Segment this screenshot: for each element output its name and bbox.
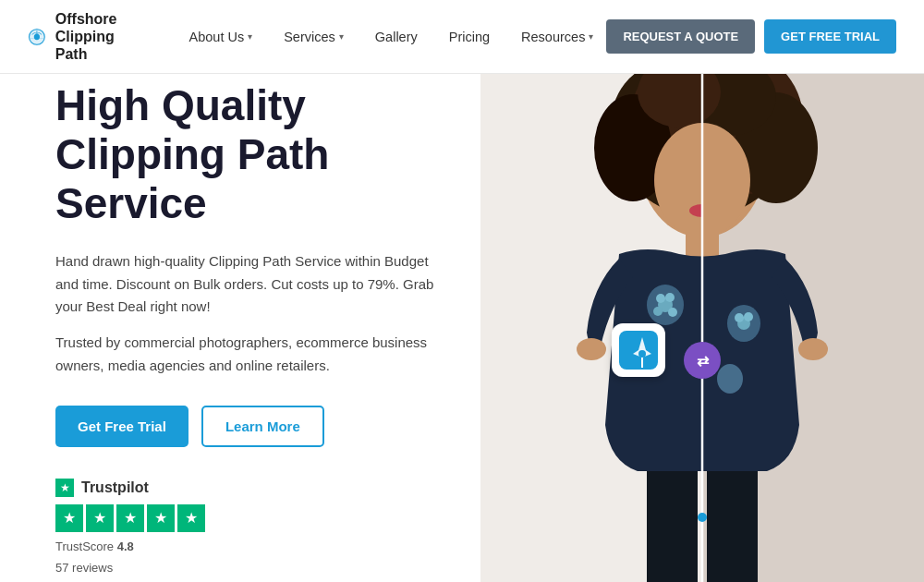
nav-resources[interactable]: Resources ▾: [508, 22, 606, 52]
svg-point-52: [577, 338, 606, 360]
svg-point-27: [744, 312, 753, 321]
svg-point-48: [665, 293, 675, 302]
svg-point-56: [698, 513, 707, 522]
trustpilot-logo-star: ★: [55, 479, 74, 497]
hero-description: Hand drawn high-quality Clipping Path Se…: [55, 250, 434, 319]
svg-point-30: [798, 338, 828, 360]
nav-pricing[interactable]: Pricing: [436, 22, 503, 52]
svg-point-50: [668, 308, 677, 317]
nav-buttons: REQUEST A QUOTE GET FREE TRIAL: [606, 19, 896, 54]
trustpilot-reviews: 57 reviews: [55, 561, 434, 575]
nav-gallery[interactable]: Gallery: [362, 22, 431, 52]
trustpilot-name: Trustpilot: [81, 479, 149, 496]
logo-icon: [28, 19, 46, 55]
hero-split-image: ⇄: [480, 74, 924, 582]
hero-image-area: ⇄: [480, 74, 924, 582]
star-5: ★: [177, 504, 205, 532]
get-free-trial-button[interactable]: Get Free Trial: [55, 406, 188, 447]
star-3: ★: [116, 504, 144, 532]
star-2: ★: [86, 504, 114, 532]
svg-point-61: [638, 350, 646, 358]
trustpilot-score: TrustScore 4.8: [55, 540, 434, 553]
trustpilot-stars: ★ ★ ★ ★ ★: [55, 504, 434, 532]
logo-link[interactable]: Offshore Clipping Path: [28, 10, 140, 64]
star-1: ★: [55, 504, 83, 532]
svg-rect-53: [647, 471, 698, 582]
trustpilot-header: ★ Trustpilot: [55, 479, 434, 497]
chevron-down-icon: ▾: [339, 31, 344, 42]
get-free-trial-nav-button[interactable]: GET FREE TRIAL: [764, 19, 896, 54]
star-4: ★: [147, 504, 175, 532]
nav-about[interactable]: About Us ▾: [176, 22, 266, 52]
hero-section: High Quality Clipping Path Service Hand …: [0, 74, 924, 582]
svg-rect-32: [707, 471, 758, 582]
svg-point-2: [34, 33, 40, 39]
chevron-down-icon: ▾: [248, 31, 252, 42]
navbar: Offshore Clipping Path About Us ▾ Servic…: [0, 0, 924, 74]
svg-text:⇄: ⇄: [697, 353, 710, 369]
learn-more-button[interactable]: Learn More: [201, 406, 324, 447]
hero-trusted-text: Trusted by commercial photographers, eco…: [55, 332, 434, 378]
logo-text: Offshore Clipping Path: [55, 10, 140, 64]
request-quote-button[interactable]: REQUEST A QUOTE: [606, 19, 755, 54]
svg-point-51: [653, 307, 663, 316]
svg-point-28: [735, 313, 744, 322]
hero-title: High Quality Clipping Path Service: [55, 81, 434, 228]
chevron-down-icon: ▾: [589, 31, 593, 42]
svg-point-20: [717, 364, 743, 394]
nav-services[interactable]: Services ▾: [271, 22, 357, 52]
svg-point-49: [656, 294, 665, 303]
hero-image-container: ⇄: [480, 74, 924, 582]
nav-links: About Us ▾ Services ▾ Gallery Pricing Re…: [176, 22, 607, 52]
hero-content: High Quality Clipping Path Service Hand …: [0, 74, 480, 582]
trustpilot-widget: ★ Trustpilot ★ ★ ★ ★ ★ TrustScore 4.8 57…: [55, 479, 434, 575]
hero-buttons: Get Free Trial Learn More: [55, 406, 434, 447]
